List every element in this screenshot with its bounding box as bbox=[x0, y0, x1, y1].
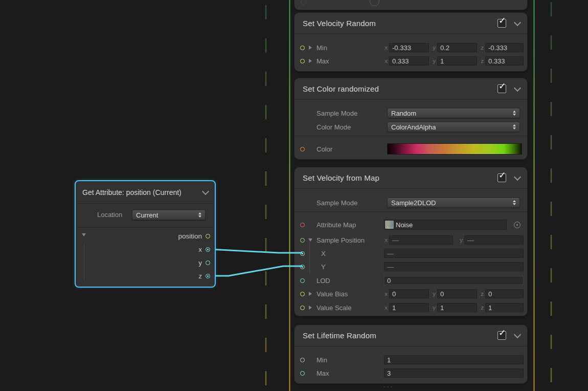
block-set-velocity-from-map[interactable]: Set Velocity from Map Sample Mode Sample… bbox=[294, 167, 528, 316]
chevron-down-icon[interactable] bbox=[202, 187, 209, 194]
lifetime-min-field[interactable]: 1 bbox=[384, 355, 524, 364]
row-label: Attribute Map bbox=[316, 221, 356, 229]
min-y-field[interactable]: 0.2 bbox=[437, 43, 477, 52]
block-set-color-randomized[interactable]: Set Color randomized Sample Mode Random … bbox=[294, 78, 528, 160]
min-z-field[interactable]: -0.333 bbox=[485, 43, 524, 52]
popup-icon bbox=[198, 212, 201, 218]
value-scale-x-field[interactable]: 1 bbox=[389, 303, 429, 312]
row-label: Sample Mode bbox=[316, 110, 357, 117]
axis-x-label: x bbox=[384, 305, 388, 311]
axis-x-label: x bbox=[384, 58, 388, 64]
axis-y-label: y bbox=[432, 58, 436, 64]
sample-position-x-field[interactable]: — bbox=[389, 235, 453, 245]
block-partial-top[interactable] bbox=[294, 0, 528, 10]
port-min-float[interactable] bbox=[300, 358, 305, 362]
x-field[interactable]: — bbox=[384, 249, 524, 258]
row-max: Max x 0.333 y 1 z 0.333 bbox=[295, 54, 527, 68]
foldout-right-icon[interactable] bbox=[309, 59, 312, 63]
attribute-map-field[interactable]: Noise bbox=[384, 220, 507, 230]
row-label: Value Bias bbox=[316, 290, 348, 298]
sample-mode-dropdown[interactable]: Random bbox=[387, 108, 520, 118]
row-max: Max 3 bbox=[295, 366, 527, 380]
color-gradient-field[interactable] bbox=[387, 143, 522, 155]
partial-port bbox=[301, 0, 306, 5]
enabled-checkbox[interactable] bbox=[497, 331, 506, 340]
lifetime-max-field[interactable]: 3 bbox=[384, 368, 524, 378]
row-label: Value Scale bbox=[316, 304, 351, 312]
port-x-float-connected[interactable] bbox=[206, 247, 210, 252]
port-value-bias-vector3[interactable] bbox=[300, 292, 305, 296]
value-bias-y-field[interactable]: 0 bbox=[437, 289, 477, 298]
block-set-velocity-random[interactable]: Set Velocity Random Min x -0.333 y 0.2 z… bbox=[294, 12, 528, 72]
node-header[interactable]: Get Attribute: position (Current) bbox=[76, 181, 215, 204]
output-row-x: x bbox=[76, 243, 215, 256]
enabled-checkbox[interactable] bbox=[497, 19, 506, 28]
row-value-scale: Value Scale x 1 y 1 z 1 bbox=[295, 301, 527, 314]
port-min-vector3[interactable] bbox=[300, 46, 305, 50]
block-header[interactable]: Set Lifetime Random bbox=[295, 325, 527, 346]
block-set-lifetime-random[interactable]: Set Lifetime Random Min 1 Max 3 bbox=[294, 324, 528, 384]
port-sample-position-vector2[interactable] bbox=[300, 238, 305, 243]
node-get-attribute-position[interactable]: Get Attribute: position (Current) Locati… bbox=[75, 180, 216, 288]
block-title: Set Lifetime Random bbox=[303, 331, 497, 340]
axis-y-label: y bbox=[459, 237, 463, 243]
vfx-graph-canvas[interactable]: Set Velocity Random Min x -0.333 y 0.2 z… bbox=[0, 0, 588, 391]
foldout-right-icon[interactable] bbox=[309, 292, 312, 296]
chevron-down-icon[interactable] bbox=[514, 18, 521, 26]
output-label: position bbox=[178, 232, 202, 240]
block-header[interactable]: Set Velocity Random bbox=[295, 13, 527, 34]
block-title: Set Velocity from Map bbox=[303, 173, 497, 182]
sample-position-y-field[interactable]: — bbox=[464, 235, 524, 245]
object-picker-icon[interactable] bbox=[514, 222, 521, 228]
chevron-down-icon[interactable] bbox=[514, 173, 521, 180]
port-y-float-connected[interactable] bbox=[300, 265, 305, 269]
port-color-gradient[interactable] bbox=[300, 147, 305, 151]
edge-z-to-y[interactable] bbox=[210, 266, 302, 276]
port-position-vector3[interactable] bbox=[206, 234, 210, 238]
sample-mode-dropdown[interactable]: Sample2DLOD bbox=[387, 198, 520, 208]
chevron-down-icon[interactable] bbox=[514, 331, 521, 338]
port-max-float[interactable] bbox=[300, 371, 305, 376]
enabled-checkbox[interactable] bbox=[497, 173, 506, 182]
max-x-field[interactable]: 0.333 bbox=[389, 56, 429, 66]
min-x-field[interactable]: -0.333 bbox=[389, 43, 429, 52]
chevron-down-icon[interactable] bbox=[514, 84, 521, 91]
value-scale-y-field[interactable]: 1 bbox=[437, 303, 477, 312]
output-label: z bbox=[198, 272, 202, 280]
port-max-vector3[interactable] bbox=[300, 59, 305, 63]
location-dropdown[interactable]: Current bbox=[132, 210, 206, 220]
row-label: Y bbox=[321, 263, 326, 271]
foldout-right-icon[interactable] bbox=[309, 306, 312, 310]
y-field[interactable]: — bbox=[384, 262, 524, 271]
row-sample-position: Sample Position x — y — bbox=[295, 233, 527, 247]
node-settings: Location Current bbox=[76, 204, 215, 228]
max-y-field[interactable]: 1 bbox=[437, 56, 477, 66]
block-title: Set Color randomized bbox=[303, 84, 497, 93]
value-bias-x-field[interactable]: 0 bbox=[389, 289, 429, 298]
port-y-float[interactable] bbox=[206, 260, 210, 265]
value-scale-z-field[interactable]: 1 bbox=[485, 303, 524, 312]
port-x-float-connected[interactable] bbox=[300, 251, 305, 256]
foldout-right-icon[interactable] bbox=[309, 46, 312, 50]
texture-thumbnail bbox=[385, 221, 394, 229]
output-row-z: z bbox=[76, 269, 215, 283]
port-value-scale-vector3[interactable] bbox=[300, 306, 305, 310]
axis-x-label: x bbox=[384, 45, 388, 51]
color-mode-dropdown[interactable]: ColorAndAlpha bbox=[387, 122, 520, 132]
port-lod-float[interactable] bbox=[300, 278, 305, 283]
max-z-field[interactable]: 0.333 bbox=[485, 56, 524, 66]
divider bbox=[295, 211, 527, 212]
port-attribute-map-texture[interactable] bbox=[300, 223, 305, 227]
row-color: Color bbox=[295, 142, 527, 156]
lod-field[interactable]: 0 bbox=[384, 276, 524, 285]
row-label: Sample Position bbox=[316, 236, 365, 244]
edge-x-to-x[interactable] bbox=[210, 249, 302, 253]
row-label: Max bbox=[316, 370, 329, 377]
port-z-float-connected[interactable] bbox=[206, 274, 210, 278]
value-bias-z-field[interactable]: 0 bbox=[485, 289, 524, 298]
enabled-checkbox[interactable] bbox=[497, 84, 506, 93]
row-lod: LOD 0 bbox=[295, 274, 527, 287]
location-label: Location bbox=[97, 211, 122, 219]
block-header[interactable]: Set Color randomized bbox=[295, 78, 527, 100]
block-header[interactable]: Set Velocity from Map bbox=[295, 167, 527, 189]
